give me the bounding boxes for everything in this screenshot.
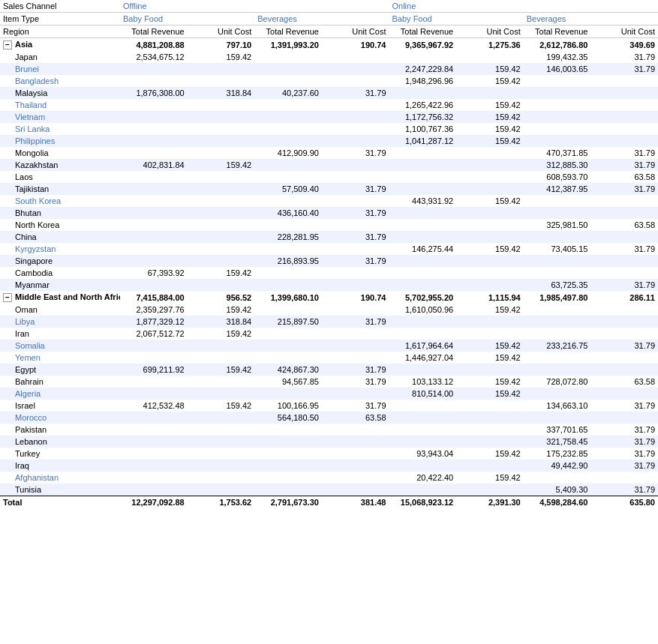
row-label: South Korea (0, 195, 120, 207)
cell-col-5: 159.42 (456, 123, 524, 135)
row-label: Thailand (0, 99, 120, 111)
cell-col-6 (524, 111, 591, 123)
group-total-col-1: 797.10 (188, 38, 255, 52)
cell-col-4 (389, 231, 457, 243)
online-label: Online (389, 0, 659, 13)
cell-col-0 (120, 183, 188, 195)
cell-col-0 (120, 111, 188, 123)
cell-col-7 (590, 472, 658, 484)
cell-col-1 (188, 279, 255, 291)
cell-col-4 (389, 51, 457, 63)
cell-col-2: 215,897.50 (254, 316, 322, 328)
cell-col-6: 325,981.50 (524, 219, 591, 231)
sales-channel-label: Sales Channel (0, 0, 120, 13)
table-row: Yemen1,446,927.04159.42 (0, 352, 658, 364)
cell-col-2 (254, 388, 322, 400)
cell-col-3 (322, 267, 389, 279)
total-col-3: 381.48 (322, 496, 389, 509)
cell-col-6: 175,232.85 (524, 448, 591, 460)
cell-col-2 (254, 243, 322, 255)
group-total-col-7: 349.69 (590, 38, 658, 52)
cell-col-1 (188, 195, 255, 207)
cell-col-6 (524, 267, 591, 279)
group-label-mena: −Middle East and North Africa (0, 291, 120, 304)
cell-col-3 (322, 63, 389, 75)
table-row: Iraq49,442.9031.79 (0, 460, 658, 472)
cell-col-0 (120, 436, 188, 448)
on-beverages-label: Beverages (524, 13, 658, 25)
row-label: Laos (0, 171, 120, 183)
table-row: Morocco564,180.5063.58 (0, 412, 658, 424)
cell-col-4 (389, 328, 457, 340)
cell-col-7 (590, 267, 658, 279)
cell-col-3 (322, 460, 389, 472)
on-bf-rev-header: Total Revenue (389, 25, 457, 38)
expand-icon-asia[interactable]: − (3, 40, 12, 49)
group-total-col-6: 1,985,497.80 (524, 291, 591, 304)
cell-col-6 (524, 123, 591, 135)
pivot-table: Sales Channel Offline Online Item Type B… (0, 0, 658, 508)
cell-col-0 (120, 388, 188, 400)
cell-col-5: 159.42 (456, 75, 524, 87)
expand-icon-mena[interactable]: − (3, 293, 12, 302)
cell-col-6 (524, 316, 591, 328)
cell-col-4: 1,446,927.04 (389, 352, 457, 364)
cell-col-3: 31.79 (322, 183, 389, 195)
cell-col-3 (322, 219, 389, 231)
cell-col-3: 31.79 (322, 364, 389, 376)
cell-col-0: 1,877,329.12 (120, 316, 188, 328)
cell-col-6 (524, 352, 591, 364)
row-label: Afghanistan (0, 472, 120, 484)
cell-col-4 (389, 207, 457, 219)
cell-col-2: 228,281.95 (254, 231, 322, 243)
off-baby-food-label: Baby Food (120, 13, 254, 25)
cell-col-1 (188, 243, 255, 255)
cell-col-6 (524, 472, 591, 484)
cell-col-6: 728,072.80 (524, 376, 591, 388)
cell-col-0 (120, 243, 188, 255)
row-label: Iran (0, 328, 120, 340)
group-header-mena: −Middle East and North Africa7,415,884.0… (0, 291, 658, 304)
cell-col-2 (254, 279, 322, 291)
cell-col-0 (120, 424, 188, 436)
row-label: China (0, 231, 120, 243)
cell-col-7 (590, 328, 658, 340)
cell-col-0 (120, 171, 188, 183)
cell-col-7: 31.79 (590, 63, 658, 75)
cell-col-6 (524, 75, 591, 87)
cell-col-4: 93,943.04 (389, 448, 457, 460)
group-total-col-2: 1,399,680.10 (254, 291, 322, 304)
cell-col-7 (590, 75, 658, 87)
group-total-col-4: 5,702,955.20 (389, 291, 457, 304)
cell-col-1 (188, 376, 255, 388)
cell-col-1 (188, 171, 255, 183)
cell-col-2 (254, 135, 322, 147)
total-row: Total12,297,092.881,753.622,791,673.3038… (0, 496, 658, 509)
cell-col-3: 31.79 (322, 147, 389, 159)
cell-col-6: 5,409.30 (524, 484, 591, 496)
cell-col-3: 31.79 (322, 207, 389, 219)
cell-col-5 (456, 255, 524, 267)
cell-col-4 (389, 279, 457, 291)
row-label: Japan (0, 51, 120, 63)
header-row-1: Sales Channel Offline Online (0, 0, 658, 13)
cell-col-0 (120, 484, 188, 496)
cell-col-2 (254, 99, 322, 111)
cell-col-4: 146,275.44 (389, 243, 457, 255)
cell-col-2: 412,909.90 (254, 147, 322, 159)
cell-col-1 (188, 123, 255, 135)
off-bf-rev-header: Total Revenue (120, 25, 188, 38)
cell-col-3 (322, 279, 389, 291)
cell-col-3: 31.79 (322, 87, 389, 99)
cell-col-3: 31.79 (322, 376, 389, 388)
cell-col-6: 321,758.45 (524, 436, 591, 448)
cell-col-0 (120, 376, 188, 388)
cell-col-3 (322, 111, 389, 123)
cell-col-5 (456, 147, 524, 159)
cell-col-6 (524, 364, 591, 376)
cell-col-0 (120, 255, 188, 267)
on-baby-food-label: Baby Food (389, 13, 524, 25)
table-row: Oman2,359,297.76159.421,610,050.96159.42 (0, 304, 658, 316)
cell-col-4 (389, 460, 457, 472)
cell-col-4 (389, 412, 457, 424)
